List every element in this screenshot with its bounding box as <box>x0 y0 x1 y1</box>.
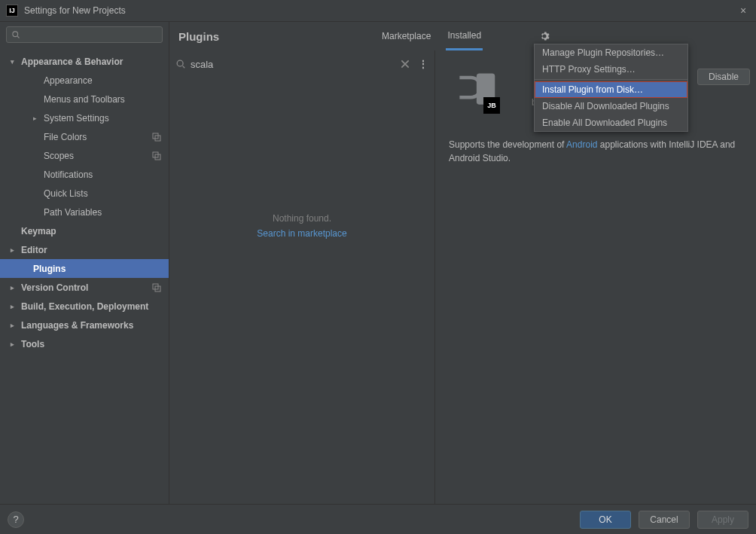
ok-button[interactable]: OK <box>580 511 631 529</box>
sidebar-item-keymap[interactable]: Keymap <box>0 221 169 240</box>
sidebar-search-input[interactable] <box>23 29 157 40</box>
apply-button[interactable]: Apply <box>697 511 748 529</box>
search-marketplace-link[interactable]: Search in marketplace <box>257 228 346 239</box>
tab-marketplace[interactable]: Marketplace <box>380 22 432 50</box>
sidebar-item-label: System Settings <box>44 113 109 124</box>
plugins-search-input[interactable] <box>191 59 400 70</box>
dd-manage-repos[interactable]: Manage Plugin Repositories… <box>535 44 687 61</box>
arrow-icon: ▸ <box>33 114 41 122</box>
sidebar-item-system-settings[interactable]: ▸System Settings <box>0 108 169 127</box>
dd-install-from-disk[interactable]: Install Plugin from Disk… <box>535 81 687 98</box>
sidebar-item-menus-and-toolbars[interactable]: Menus and Toolbars <box>0 90 169 108</box>
sidebar-item-notifications[interactable]: Notifications <box>0 165 169 184</box>
plugin-description: Supports the development of Android appl… <box>449 138 742 165</box>
sidebar-item-editor[interactable]: ▸Editor <box>0 240 169 259</box>
tab-installed[interactable]: Installed <box>446 22 483 50</box>
sidebar-item-label: File Colors <box>44 132 87 142</box>
sidebar-item-label: Plugins <box>33 264 66 274</box>
sidebar: ▾Appearance & BehaviorAppearanceMenus an… <box>0 22 169 504</box>
svg-line-1 <box>17 36 19 38</box>
svg-point-0 <box>13 32 18 37</box>
sidebar-item-label: Scopes <box>44 151 74 161</box>
svg-point-8 <box>177 60 183 66</box>
arrow-icon: ▸ <box>11 303 18 310</box>
scope-icon <box>152 151 161 160</box>
more-icon[interactable]: ⋮ <box>418 59 428 69</box>
sidebar-item-label: Appearance <box>44 75 93 86</box>
sidebar-item-scopes[interactable]: Scopes <box>0 146 169 165</box>
sidebar-item-version-control[interactable]: ▸Version Control <box>0 278 169 297</box>
arrow-icon: ▸ <box>11 284 18 291</box>
sidebar-item-label: Appearance & Behavior <box>21 56 123 67</box>
sidebar-item-label: Keymap <box>21 226 56 236</box>
sidebar-item-label: Languages & Frameworks <box>21 320 133 331</box>
plugins-list-pane: ⋮ Nothing found. Search in marketplace <box>169 50 435 504</box>
page-title: Plugins <box>178 30 219 43</box>
sidebar-item-appearance-behavior[interactable]: ▾Appearance & Behavior <box>0 52 169 71</box>
help-button[interactable]: ? <box>8 511 24 528</box>
sidebar-item-label: Version Control <box>21 282 88 293</box>
android-link[interactable]: Android <box>566 139 597 150</box>
dd-enable-all[interactable]: Enable All Downloaded Plugins <box>535 114 687 131</box>
tabs: Marketplace Installed <box>380 22 483 50</box>
close-icon[interactable]: × <box>736 5 750 18</box>
arrow-icon: ▸ <box>11 340 18 348</box>
empty-state: Nothing found. Search in marketplace <box>169 78 434 504</box>
sidebar-search[interactable] <box>6 26 163 43</box>
sidebar-item-label: Path Variables <box>44 207 102 218</box>
dd-disable-all[interactable]: Disable All Downloaded Plugins <box>535 98 687 114</box>
sidebar-item-build-execution-deployment[interactable]: ▸Build, Execution, Deployment <box>0 297 169 316</box>
app-icon: IJ <box>6 5 18 17</box>
cancel-button[interactable]: Cancel <box>639 511 690 529</box>
disable-button[interactable]: Disable <box>697 69 750 85</box>
gear-dropdown: Manage Plugin Repositories… HTTP Proxy S… <box>534 44 688 132</box>
desc-text: Supports the development of <box>449 139 566 150</box>
scope-icon <box>152 283 161 292</box>
dd-separator <box>535 79 687 80</box>
sidebar-item-plugins[interactable]: Plugins <box>0 259 169 278</box>
sidebar-item-label: Menus and Toolbars <box>44 94 125 105</box>
sidebar-item-label: Quick Lists <box>44 188 88 199</box>
window-title: Settings for New Projects <box>24 5 126 16</box>
nothing-found-text: Nothing found. <box>273 213 331 224</box>
sidebar-item-appearance[interactable]: Appearance <box>0 71 169 90</box>
clear-icon[interactable] <box>400 59 410 69</box>
scope-icon <box>152 133 161 142</box>
dd-http-proxy[interactable]: HTTP Proxy Settings… <box>535 61 687 78</box>
sidebar-item-languages-frameworks[interactable]: ▸Languages & Frameworks <box>0 316 169 334</box>
arrow-icon: ▾ <box>11 58 18 66</box>
footer: ? OK Cancel Apply <box>0 504 756 534</box>
sidebar-item-quick-lists[interactable]: Quick Lists <box>0 184 169 203</box>
sidebar-item-tools[interactable]: ▸Tools <box>0 334 169 353</box>
titlebar: IJ Settings for New Projects × <box>0 0 756 22</box>
jb-badge: JB <box>483 97 500 114</box>
arrow-icon: ▸ <box>11 322 18 329</box>
sidebar-item-label: Build, Execution, Deployment <box>21 301 148 312</box>
sidebar-item-label: Notifications <box>44 169 93 180</box>
gear-icon[interactable] <box>537 29 552 44</box>
settings-tree: ▾Appearance & BehaviorAppearanceMenus an… <box>0 47 169 353</box>
sidebar-item-label: Editor <box>21 245 47 255</box>
sidebar-item-path-variables[interactable]: Path Variables <box>0 203 169 221</box>
search-icon <box>175 59 186 69</box>
sidebar-item-label: Tools <box>21 339 44 349</box>
plugins-search-row: ⋮ <box>175 55 428 73</box>
svg-line-9 <box>183 66 185 69</box>
plugin-logo: JB <box>449 63 501 115</box>
search-icon <box>11 30 20 39</box>
arrow-icon: ▸ <box>11 246 18 254</box>
sidebar-item-file-colors[interactable]: File Colors <box>0 127 169 146</box>
